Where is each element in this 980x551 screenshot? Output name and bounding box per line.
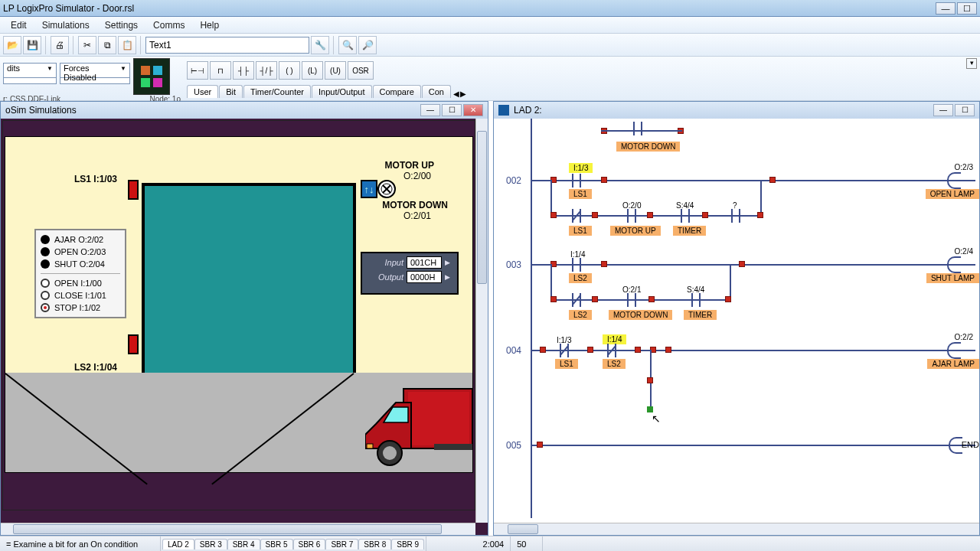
ladder-window: LAD 2: — ☐ MOTOR DOWN 002 I:1/3 I:1/3 LS… — [493, 101, 980, 536]
menu-simulations[interactable]: Simulations — [34, 18, 97, 33]
motor-stop-icon — [377, 180, 396, 198]
r003-out-tag: SHUT LAMP — [926, 273, 979, 283]
tab-sbr5[interactable]: SBR 5 — [260, 539, 293, 549]
search-input[interactable] — [145, 37, 309, 54]
zoom-in-button[interactable]: 🔍 — [338, 36, 357, 54]
lad-max-button[interactable]: ☐ — [955, 104, 975, 116]
copy-button[interactable]: ⧉ — [98, 36, 116, 54]
truck-icon — [365, 381, 472, 475]
ote-tool[interactable]: ( ) — [279, 61, 300, 80]
open-btn-label: OPEN I:1/00 — [54, 279, 102, 288]
minimize-button[interactable]: — — [936, 2, 956, 15]
ladder-editor[interactable]: MOTOR DOWN 002 I:1/3 I:1/3 LS1 O:2/3 OPE… — [494, 119, 979, 535]
status-rung: 2:004 — [426, 536, 511, 551]
r003-tmr-tag: TIMER — [684, 310, 717, 320]
close-btn-label: CLOSE I:1/01 — [54, 291, 106, 300]
tab-bit[interactable]: Bit — [219, 85, 243, 98]
tab-user[interactable]: User — [187, 85, 218, 98]
r004-ls1-tag: LS1 — [555, 359, 578, 369]
sim-window-title: oSim Simulations — [5, 105, 419, 116]
tab-compare[interactable]: Compare — [373, 85, 421, 98]
svg-rect-2 — [141, 78, 150, 87]
tab-sbr6[interactable]: SBR 6 — [293, 539, 326, 549]
tab-sbr7[interactable]: SBR 7 — [325, 539, 358, 549]
maximize-button[interactable]: ☐ — [957, 2, 977, 15]
otl-tool[interactable]: (L) — [302, 61, 323, 80]
lad-hscroll[interactable] — [494, 523, 979, 535]
tab-lad2[interactable]: LAD 2 — [162, 539, 194, 549]
menu-settings[interactable]: Settings — [97, 18, 145, 33]
title-bar: LP LogixPro Simulator - Door.rsl — ☐ — [0, 0, 980, 17]
sim-min-button[interactable]: — — [420, 104, 440, 116]
save-button[interactable]: 💾 — [23, 36, 41, 54]
r004-out-addr: O:2/2 — [955, 333, 973, 341]
motor-down-addr: O:2/01 — [403, 210, 431, 221]
secondary-toolbar: INE No Forces dits Forces Disabled r: CS… — [0, 57, 980, 101]
lad-min-button[interactable]: — — [933, 104, 953, 116]
open-lamp — [41, 247, 50, 256]
door-simulation[interactable]: LS1 I:1/03 LS2 I:1/04 MOTOR UP O:2/00 ↑↓… — [5, 136, 473, 473]
close-button[interactable] — [41, 291, 50, 300]
sim-hscroll[interactable] — [1, 523, 475, 535]
main-toolbar: 📂 💾 🖨 ✂ ⧉ 📋 🔧 🔍 🔎 — [0, 34, 980, 57]
svg-point-11 — [383, 446, 397, 460]
otu-tool[interactable]: (U) — [325, 61, 346, 80]
r005-end: END — [962, 440, 979, 449]
motor-up-addr: O:2/00 — [403, 171, 431, 181]
door-frame — [142, 183, 356, 376]
tab-sbr8[interactable]: SBR 8 — [358, 539, 391, 549]
edits-combo[interactable]: dits — [3, 63, 57, 78]
xio-tool[interactable]: ┤/├ — [256, 61, 277, 80]
ls2-label: LS2 I:1/04 — [74, 362, 117, 373]
r004-ls2-tag: LS2 — [603, 359, 626, 369]
shut-lamp — [41, 259, 50, 269]
tab-con[interactable]: Con — [422, 85, 451, 98]
plc-io-panel: Input001CH▶ Output0000H▶ — [361, 252, 459, 295]
branch-tool[interactable]: ⊓ — [210, 61, 231, 80]
r002-out-addr: O:2/3 — [955, 163, 973, 171]
plc-input-label: Input — [365, 258, 403, 267]
tab-sbr9[interactable]: SBR 9 — [391, 539, 424, 549]
tab-timer-counter[interactable]: Timer/Counter — [243, 85, 311, 98]
ls1-sensor — [128, 180, 139, 200]
shut-lamp-label: SHUT O:2/04 — [54, 259, 105, 269]
r003-ls2-tag: LS2 — [569, 273, 592, 283]
find-button[interactable]: 🔧 — [311, 36, 329, 54]
menu-edit[interactable]: Edit — [3, 18, 34, 33]
paste-button[interactable]: 📋 — [118, 36, 136, 54]
r002-mup-tag: MOTOR UP — [610, 226, 661, 236]
lad-icon — [498, 105, 509, 116]
r002-out-tag: OPEN LAMP — [926, 189, 979, 199]
open-button[interactable]: 📂 — [3, 36, 21, 54]
print-button[interactable]: 🖨 — [51, 36, 69, 54]
open-button[interactable] — [41, 279, 50, 288]
plc-input-value: 001CH — [407, 256, 442, 269]
tab-sbr3[interactable]: SBR 3 — [194, 539, 227, 549]
svg-rect-8 — [408, 392, 469, 445]
forces-disabled-combo[interactable]: Forces Disabled — [60, 63, 130, 78]
tab-sbr4[interactable]: SBR 4 — [227, 539, 260, 549]
sim-close-button[interactable]: ✕ — [463, 104, 483, 116]
motor-arrows-icon: ↑↓ — [361, 180, 377, 198]
ls1-label: LS1 I:1/03 — [74, 174, 117, 184]
tab-io[interactable]: Input/Output — [312, 85, 372, 98]
r001-out-tag: MOTOR DOWN — [616, 142, 680, 152]
ajar-label: AJAR O:2/02 — [54, 235, 103, 244]
stop-button[interactable] — [41, 303, 50, 312]
ajar-lamp — [41, 235, 50, 244]
zoom-out-button[interactable]: 🔎 — [358, 36, 377, 54]
pin-button[interactable]: ▾ — [966, 58, 977, 69]
osr-tool[interactable]: OSR — [348, 61, 374, 80]
app-title: LP LogixPro Simulator - Door.rsl — [3, 3, 934, 14]
r004-out-tag: AJAR LAMP — [927, 359, 979, 369]
cut-button[interactable]: ✂ — [78, 36, 96, 54]
sim-max-button[interactable]: ☐ — [442, 104, 462, 116]
xic-tool[interactable]: ┤├ — [233, 61, 254, 80]
rung-tool[interactable]: ⊢⊣ — [187, 61, 208, 80]
svg-rect-12 — [434, 444, 472, 450]
rung-003-num: 003 — [506, 259, 521, 270]
status-hint: = Examine a bit for an On condition — [0, 536, 161, 551]
sim-vscroll[interactable] — [475, 119, 488, 523]
menu-comms[interactable]: Comms — [145, 18, 192, 33]
menu-help[interactable]: Help — [192, 18, 227, 33]
